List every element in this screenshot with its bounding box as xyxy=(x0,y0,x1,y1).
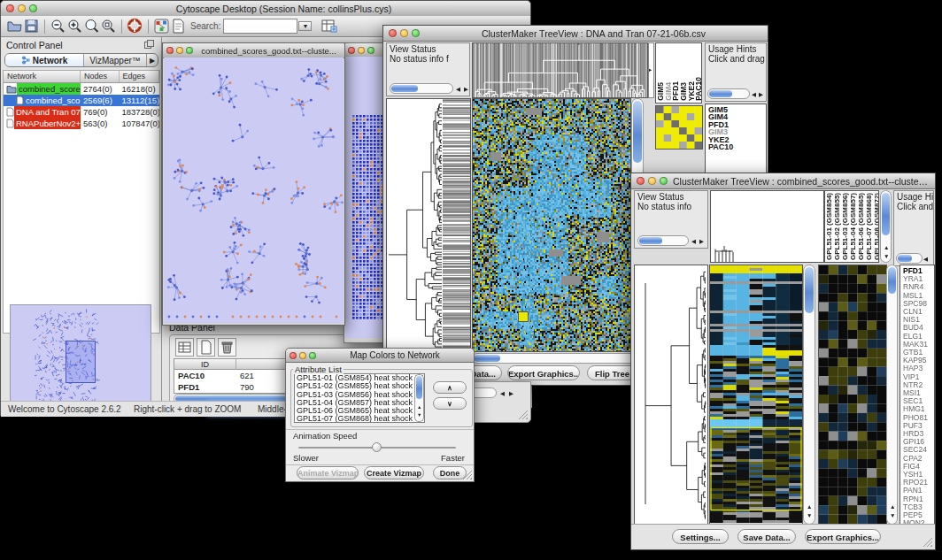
zoom-button[interactable] xyxy=(309,352,316,359)
attribute-list-item[interactable]: GPL51-07 (GSM868) heat shock 60 min xyxy=(295,415,424,423)
annotation-icon[interactable] xyxy=(170,18,187,35)
tab-vizmapper[interactable]: VizMapper™ xyxy=(84,54,147,66)
scroll-down-arrow[interactable]: ▼ xyxy=(417,411,421,418)
scroll-down-arrow[interactable]: ▼ xyxy=(884,253,889,260)
column-label[interactable]: PAC10 xyxy=(694,77,702,101)
attribute-table-icon[interactable] xyxy=(320,18,337,35)
minimize-button[interactable] xyxy=(176,47,183,54)
zoom-button[interactable] xyxy=(412,29,420,37)
window-controls[interactable] xyxy=(6,4,37,12)
column-label[interactable]: GPL51-01 (GSM854) xyxy=(825,193,833,260)
save-icon[interactable] xyxy=(23,18,40,35)
scroll-left-arrow[interactable]: ◀ xyxy=(691,238,696,245)
tv2-heatmap[interactable] xyxy=(709,265,803,525)
gene-label[interactable]: PAC10 xyxy=(708,143,766,150)
tv1-status-hscrollbar[interactable] xyxy=(390,83,453,94)
tv2-genelist-vscrollbar[interactable]: ▲ ▼ xyxy=(886,265,898,525)
resize-grip[interactable] xyxy=(923,537,932,547)
scroll-up-arrow[interactable]: ▲ xyxy=(884,244,889,251)
scroll-left-arrow[interactable]: ◀ xyxy=(500,390,505,397)
scroll-left-arrow[interactable]: ◀ xyxy=(923,256,928,263)
network-view-canvas[interactable] xyxy=(164,58,344,323)
minimize-button[interactable] xyxy=(299,352,306,359)
tv2-heatmap-vscrollbar[interactable]: ▲ ▼ xyxy=(803,265,815,525)
column-header-id[interactable]: ID xyxy=(174,359,236,370)
tv1-selected-submatrix[interactable] xyxy=(655,105,703,150)
scroll-up-arrow[interactable]: ▲ xyxy=(417,403,421,410)
close-button[interactable] xyxy=(166,47,174,54)
scroll-right-arrow[interactable]: ▶ xyxy=(464,86,468,93)
network-row-combined-sco-selected[interactable]: combined_sco 2569(6) 13112(15) xyxy=(4,95,159,106)
zoom-button[interactable] xyxy=(29,4,37,12)
tv1-column-dendrogram[interactable] xyxy=(472,42,648,98)
scroll-right-arrow[interactable]: ▶ xyxy=(699,238,704,245)
minimize-button[interactable] xyxy=(648,177,656,185)
scroll-left-arrow[interactable]: ◀ xyxy=(456,86,460,93)
tv1-heatmap-hscrollbar[interactable] xyxy=(472,353,645,364)
network-row-dna-and-tran[interactable]: DNA and Tran 07 769(0) 183728(0) xyxy=(4,106,159,118)
zoom-button[interactable] xyxy=(186,47,193,54)
scroll-up-arrow[interactable]: ▲ xyxy=(807,503,812,510)
tv1-heatmap[interactable] xyxy=(472,98,631,352)
delete-attribute-trash-icon[interactable] xyxy=(218,338,236,357)
animation-speed-slider[interactable] xyxy=(298,442,456,453)
network-row-combined-scores[interactable]: combined_scores 2764(0) 16218(0) xyxy=(4,83,159,95)
new-attribute-icon[interactable] xyxy=(197,338,215,357)
float-panel-icon[interactable] xyxy=(144,40,154,50)
zoom-in-icon[interactable] xyxy=(66,18,83,35)
network-table-header[interactable]: Network Nodes Edges xyxy=(4,71,159,83)
tv2-hints-hscrollbar[interactable] xyxy=(896,253,923,264)
column-label[interactable]: GIM3 xyxy=(679,82,687,101)
export-graphics-button[interactable]: Export Graphics... xyxy=(507,365,580,380)
slider-thumb[interactable] xyxy=(372,442,382,452)
column-label[interactable]: PFD1 xyxy=(671,81,679,101)
zoom-selected-icon[interactable] xyxy=(100,18,117,35)
main-titlebar[interactable]: Cytoscape Desktop (Session Name: collins… xyxy=(1,1,530,17)
network-overview-thumbnail[interactable] xyxy=(10,304,151,405)
column-label[interactable]: GIM5 xyxy=(656,82,664,101)
export-graphics-button[interactable]: Export Graphics... xyxy=(805,529,881,544)
minimize-button[interactable] xyxy=(18,4,26,12)
resize-grip[interactable] xyxy=(518,410,528,419)
tab-overflow-arrow[interactable]: ▶ xyxy=(147,54,158,66)
animate-vizmap-button[interactable]: Animate Vizmap xyxy=(297,466,359,479)
column-label[interactable]: GPL51-04 (GSM857) xyxy=(849,193,857,260)
close-button[interactable] xyxy=(6,4,14,12)
done-button[interactable]: Done xyxy=(433,466,467,479)
close-button[interactable] xyxy=(389,29,397,37)
zoom-button[interactable] xyxy=(660,177,668,185)
settings-button[interactable]: Settings... xyxy=(672,529,729,544)
zoom-fit-icon[interactable] xyxy=(83,18,100,35)
scroll-down-arrow[interactable]: ▼ xyxy=(890,512,895,519)
scroll-right-arrow[interactable]: ▶ xyxy=(759,91,763,98)
network-row-rnapubernov2[interactable]: RNAPuberNov2+ 563(0) 107847(0) xyxy=(4,118,159,129)
zoom-out-icon[interactable] xyxy=(50,18,66,35)
help-lifering-icon[interactable] xyxy=(127,18,143,35)
column-label[interactable]: GPL51-06 (GSM865) xyxy=(857,193,865,260)
tv2-column-dendrogram[interactable] xyxy=(710,190,824,263)
tv2-row-dendrogram[interactable] xyxy=(634,265,708,525)
minimize-button[interactable] xyxy=(358,47,365,54)
column-label[interactable]: GPL51-08 (GSM872) xyxy=(873,193,879,260)
scroll-down-arrow[interactable]: ▼ xyxy=(807,512,812,519)
scroll-left-arrow[interactable]: ◀ xyxy=(752,91,756,98)
tv1-hints-hscrollbar[interactable] xyxy=(707,88,750,99)
new-network-icon[interactable] xyxy=(153,18,170,35)
minimize-button[interactable] xyxy=(400,29,408,37)
scroll-right-arrow[interactable]: ▶ xyxy=(509,390,513,397)
zoom-button[interactable] xyxy=(367,47,374,54)
create-vizmap-button[interactable]: Create Vizmap xyxy=(364,466,424,479)
scroll-up-arrow[interactable]: ▲ xyxy=(890,503,895,510)
column-label[interactable]: GPL51-07 (GSM868) xyxy=(865,193,873,260)
column-label[interactable]: GPL51-03 (GSM856) xyxy=(841,193,849,260)
close-button[interactable] xyxy=(290,352,297,359)
tv2-selected-submatrix[interactable] xyxy=(818,265,887,525)
search-input[interactable] xyxy=(223,19,297,34)
tv2-labels-vscrollbar[interactable]: ▲ ▼ xyxy=(880,190,892,263)
column-label[interactable]: GPL51-02 (GSM855) xyxy=(833,193,841,260)
attribute-list-vscrollbar[interactable]: ▲ ▼ xyxy=(414,374,424,422)
close-button[interactable] xyxy=(637,177,645,185)
tv1-row-dendrogram[interactable] xyxy=(386,98,471,352)
tab-network[interactable]: Network xyxy=(5,54,84,66)
move-up-button[interactable]: ∧ xyxy=(433,381,467,394)
